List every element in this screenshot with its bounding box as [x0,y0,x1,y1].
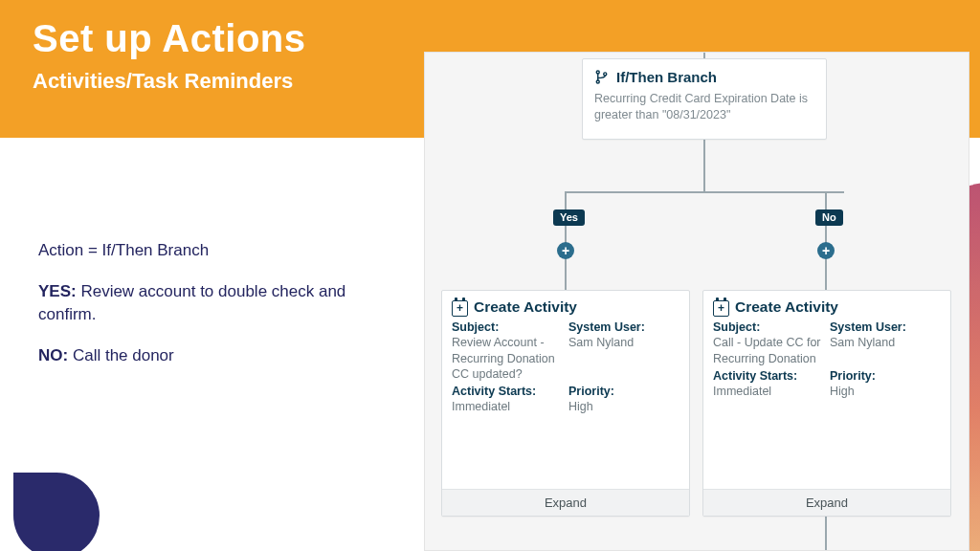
field-value-system-user: Sam Nyland [568,336,634,349]
body-yes-label: YES: [38,282,77,300]
field-label-system-user: System User: [830,320,906,334]
slide-root: Set up Actions Activities/Task Reminders… [0,0,980,551]
branch-node-title: If/Then Branch [616,69,717,85]
body-no-label: NO: [38,346,68,364]
field-value-priority: High [568,400,593,413]
field-value-subject: Call - Update CC for Recurring Donation [713,336,821,364]
expand-button[interactable]: Expand [442,489,689,516]
body-yes-text: Review account to double check and confi… [38,282,345,324]
field-value-activity-starts: Immediatel [713,385,771,398]
calendar-plus-icon [713,300,729,317]
branch-node-condition: Recurring Credit Card Expiration Date is… [594,91,814,123]
field-value-priority: High [830,385,855,398]
activity-node-details: Subject:Call - Update CC for Recurring D… [713,320,941,401]
field-label-subject: Subject: [713,320,760,334]
slide-subtitle: Activities/Task Reminders [33,69,293,94]
body-no-text: Call the donor [68,346,174,364]
connector-line [565,191,567,290]
field-label-priority: Priority: [830,369,876,383]
field-label-priority: Priority: [568,385,614,398]
body-no-line: NO: Call the donor [38,344,392,368]
git-branch-icon [594,69,609,85]
activity-node-no[interactable]: Create Activity Subject:Call - Update CC… [702,290,951,517]
body-action-line: Action = If/Then Branch [38,239,392,263]
branch-node-header: If/Then Branch [594,69,814,85]
field-label-subject: Subject: [452,320,499,334]
field-value-activity-starts: Immediatel [452,400,510,413]
add-node-button-yes[interactable]: + [557,242,574,259]
workflow-canvas: If/Then Branch Recurring Credit Card Exp… [424,52,969,551]
branch-no-pill: No [815,209,843,226]
branch-yes-pill: Yes [553,209,585,226]
activity-node-yes[interactable]: Create Activity Subject:Review Account -… [441,290,690,517]
add-node-button-no[interactable]: + [817,242,835,259]
field-label-activity-starts: Activity Starts: [713,369,797,383]
activity-node-header: Create Activity [452,298,679,316]
calendar-plus-icon [452,300,468,317]
connector-line [825,191,827,290]
connector-line [565,191,844,193]
field-label-activity-starts: Activity Starts: [452,385,536,398]
slide-title: Set up Actions [33,17,306,60]
branch-node[interactable]: If/Then Branch Recurring Credit Card Exp… [582,58,827,140]
activity-node-details: Subject:Review Account - Recurring Donat… [452,320,679,417]
connector-line [703,140,705,191]
field-value-subject: Review Account - Recurring Donation CC u… [452,336,555,381]
body-text: Action = If/Then Branch YES: Review acco… [38,239,392,386]
activity-node-title: Create Activity [474,298,577,316]
decorative-droplet [13,473,100,551]
activity-node-header: Create Activity [713,298,941,316]
activity-node-title: Create Activity [735,298,838,316]
expand-button[interactable]: Expand [703,489,950,516]
connector-line [825,517,827,551]
body-yes-line: YES: Review account to double check and … [38,280,392,327]
field-value-system-user: Sam Nyland [830,336,895,349]
field-label-system-user: System User: [568,320,645,334]
